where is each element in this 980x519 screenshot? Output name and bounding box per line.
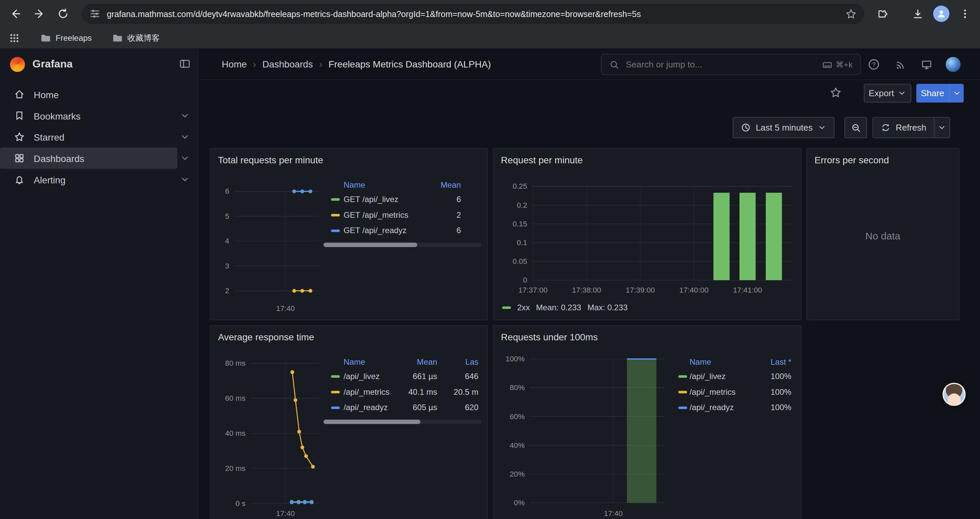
legend-header-name[interactable]: Name xyxy=(689,357,757,366)
legend-scrollbar[interactable] xyxy=(323,243,482,247)
legend-row[interactable]: GET /api/_metrics 2 xyxy=(323,207,482,223)
sidebar-item-starred[interactable]: Starred xyxy=(0,126,199,148)
legend-row[interactable]: /api/_metrics 40.1 ms 20.5 m xyxy=(323,384,482,400)
downloads-button[interactable] xyxy=(907,3,928,24)
site-settings-icon[interactable] xyxy=(89,8,101,19)
svg-text:4: 4 xyxy=(225,237,229,245)
chevron-down-icon[interactable] xyxy=(180,153,190,163)
bookmark-label: Freeleaps xyxy=(56,33,92,42)
svg-text:0.05: 0.05 xyxy=(513,257,527,265)
sidebar-item-label: Dashboards xyxy=(34,153,84,164)
legend-row[interactable]: /api/_livez 100% xyxy=(678,368,795,384)
panel-errors-per-second: Errors per second No data xyxy=(806,148,959,320)
svg-text:40 ms: 40 ms xyxy=(225,429,245,438)
bookmark-freeleaps[interactable]: Freeleaps xyxy=(35,30,97,46)
svg-text:0.2: 0.2 xyxy=(517,201,527,209)
time-range-picker[interactable]: Last 5 minutes xyxy=(732,117,834,138)
brand-name: Grafana xyxy=(32,58,72,70)
zoom-out-button[interactable] xyxy=(845,117,867,138)
panel-requests-per-minute: Request per minute 0.250.20.150.10.05017… xyxy=(493,148,801,320)
share-menu-button[interactable] xyxy=(949,84,964,102)
news-button[interactable] xyxy=(893,57,907,71)
refresh-interval-button[interactable] xyxy=(934,117,950,138)
legend-header: Name Mean xyxy=(323,178,482,192)
search-bar[interactable]: ⌘+k xyxy=(601,54,861,75)
user-avatar[interactable] xyxy=(946,57,961,72)
panel-title[interactable]: Average response time xyxy=(210,326,487,342)
scrollbar-thumb[interactable] xyxy=(323,243,417,247)
breadcrumb-current: Freeleaps Metrics Dashboard (ALPHA) xyxy=(329,59,491,69)
breadcrumb-dashboards[interactable]: Dashboards xyxy=(262,59,313,69)
legend-scrollbar[interactable] xyxy=(323,420,482,424)
display-button[interactable] xyxy=(919,57,933,71)
export-button[interactable]: Export xyxy=(864,84,911,102)
panel-title[interactable]: Errors per second xyxy=(807,149,959,165)
address-bar[interactable] xyxy=(82,4,864,24)
sidebar-collapse-button[interactable] xyxy=(179,57,191,70)
browser-menu-button[interactable] xyxy=(954,3,976,24)
help-button[interactable]: ? xyxy=(867,57,881,71)
chevron-down-icon xyxy=(818,123,826,132)
url-input[interactable] xyxy=(107,9,845,18)
sidebar-item-bookmarks[interactable]: Bookmarks xyxy=(0,105,199,126)
search-icon xyxy=(609,59,620,70)
total-requests-chart: 6543217:40 xyxy=(215,181,331,314)
chevron-down-icon[interactable] xyxy=(180,110,190,121)
legend-header-last[interactable]: Las xyxy=(441,357,478,366)
extensions-button[interactable] xyxy=(871,3,892,24)
floating-assistant-avatar[interactable] xyxy=(943,383,966,406)
apps-grid-icon xyxy=(10,33,19,43)
reload-button[interactable] xyxy=(52,3,74,24)
legend-header-name[interactable]: Name xyxy=(344,180,429,189)
legend-row[interactable]: GET /api/_readyz 6 xyxy=(323,223,482,238)
grafana-app: Grafana Home Bookmarks Starred xyxy=(0,49,980,519)
legend-header-mean[interactable]: Mean xyxy=(432,180,461,189)
breadcrumb-home[interactable]: Home xyxy=(222,59,247,69)
search-shortcut: ⌘+k xyxy=(822,59,853,70)
legend-row[interactable]: /api/_livez 661 µs 646 xyxy=(323,368,482,384)
series-color-dash xyxy=(331,198,340,200)
browser-profile-avatar[interactable] xyxy=(933,6,950,22)
chevron-down-icon[interactable] xyxy=(180,174,190,184)
legend-row[interactable]: /api/_readyz 100% xyxy=(678,400,795,415)
back-button[interactable] xyxy=(5,3,26,24)
legend-row[interactable]: /api/_metrics 100% xyxy=(678,384,795,400)
legend-table: Name Mean GET /api/_livez 6 GET /api/_me… xyxy=(323,178,482,238)
chevron-down-icon[interactable] xyxy=(180,132,190,142)
share-split-button: Share xyxy=(916,84,964,102)
bookmarks-bar: Freeleaps 收藏博客 xyxy=(0,27,980,49)
legend-row[interactable]: GET /api/_livez 6 xyxy=(323,192,482,207)
svg-text:5: 5 xyxy=(225,212,229,220)
legend-row[interactable]: /api/_readyz 605 µs 620 xyxy=(323,400,482,415)
svg-text:60%: 60% xyxy=(510,412,525,421)
bookmark-blogs[interactable]: 收藏博客 xyxy=(107,30,165,46)
refresh-button[interactable]: Refresh xyxy=(873,117,934,138)
keyboard-icon xyxy=(822,59,832,70)
legend-item-2xx[interactable]: 2xx Mean: 0.233 Max: 0.233 xyxy=(502,303,628,312)
sidebar-item-dashboards[interactable]: Dashboards xyxy=(0,148,177,169)
sidebar-item-alerting[interactable]: Alerting xyxy=(0,169,199,190)
series-name: /api/_readyz xyxy=(344,403,399,412)
forward-button[interactable] xyxy=(29,3,50,24)
grafana-logo-icon[interactable] xyxy=(10,57,25,72)
favorite-dashboard-button[interactable] xyxy=(830,86,842,99)
series-color-dash xyxy=(331,375,340,377)
panel-avg-response-time: Average response time 80 ms60 ms40 ms20 … xyxy=(210,325,488,519)
legend-header-name[interactable]: Name xyxy=(344,357,399,366)
series-last: 646 xyxy=(441,371,478,381)
bookmark-star-icon[interactable] xyxy=(845,8,857,20)
series-color-dash xyxy=(502,306,511,308)
search-input[interactable] xyxy=(626,59,822,69)
back-arrow-icon xyxy=(10,7,22,20)
share-button[interactable]: Share xyxy=(916,84,949,102)
scrollbar-thumb[interactable] xyxy=(323,420,420,424)
sidebar-item-home[interactable]: Home xyxy=(0,84,199,105)
svg-text:100%: 100% xyxy=(505,355,524,363)
panel-title[interactable]: Request per minute xyxy=(493,149,800,165)
legend-header-mean[interactable]: Mean xyxy=(402,357,437,366)
svg-text:20 ms: 20 ms xyxy=(225,464,245,473)
legend-header-last[interactable]: Last * xyxy=(760,357,792,366)
apps-grid-button[interactable] xyxy=(5,29,24,47)
panel-title[interactable]: Requests under 100ms xyxy=(493,326,800,342)
panel-title[interactable]: Total requests per minute xyxy=(210,149,487,165)
